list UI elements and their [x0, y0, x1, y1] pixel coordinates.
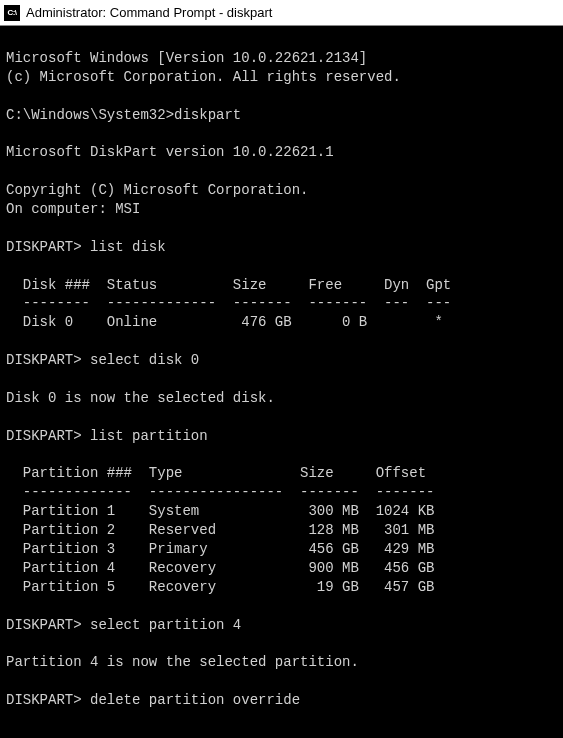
- table-row: Partition 2 Reserved 128 MB 301 MB: [6, 522, 434, 538]
- output-line: On computer: MSI: [6, 201, 140, 217]
- table-row: Partition 5 Recovery 19 GB 457 GB: [6, 579, 434, 595]
- prompt-line: DISKPART> select partition 4: [6, 617, 241, 633]
- output-line: Microsoft DiskPart version 10.0.22621.1: [6, 144, 334, 160]
- output-line: Partition 4 is now the selected partitio…: [6, 654, 359, 670]
- cmd-icon: C:\: [4, 5, 20, 21]
- table-row: Disk 0 Online 476 GB 0 B *: [6, 314, 443, 330]
- window-titlebar[interactable]: C:\ Administrator: Command Prompt - disk…: [0, 0, 563, 26]
- output-line: (c) Microsoft Corporation. All rights re…: [6, 69, 401, 85]
- table-header: Disk ### Status Size Free Dyn Gpt: [6, 277, 451, 293]
- prompt-line: DISKPART> delete partition override: [6, 692, 300, 708]
- output-line: Copyright (C) Microsoft Corporation.: [6, 182, 308, 198]
- prompt-line: DISKPART> list partition: [6, 428, 208, 444]
- output-line: Disk 0 is now the selected disk.: [6, 390, 275, 406]
- window-title: Administrator: Command Prompt - diskpart: [26, 5, 272, 20]
- table-row: Partition 4 Recovery 900 MB 456 GB: [6, 560, 434, 576]
- prompt-line: DISKPART> list disk: [6, 239, 166, 255]
- table-divider: -------- ------------- ------- ------- -…: [6, 295, 451, 311]
- table-divider: ------------- ---------------- ------- -…: [6, 484, 434, 500]
- prompt-line: C:\Windows\System32>diskpart: [6, 107, 241, 123]
- prompt-line: DISKPART> select disk 0: [6, 352, 199, 368]
- terminal-output[interactable]: Microsoft Windows [Version 10.0.22621.21…: [0, 26, 563, 733]
- output-line: Microsoft Windows [Version 10.0.22621.21…: [6, 50, 367, 66]
- table-row: Partition 1 System 300 MB 1024 KB: [6, 503, 434, 519]
- table-header: Partition ### Type Size Offset: [6, 465, 426, 481]
- table-row: Partition 3 Primary 456 GB 429 MB: [6, 541, 434, 557]
